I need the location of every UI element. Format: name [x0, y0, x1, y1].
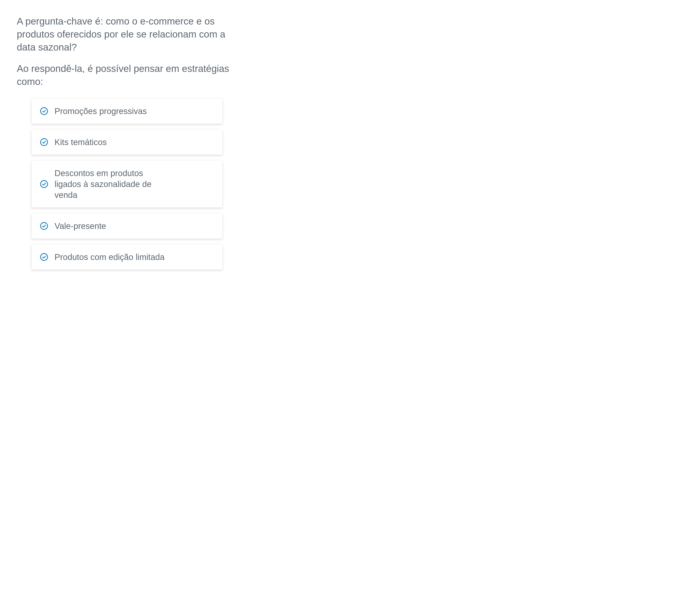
strategy-label: Vale-presente [54, 221, 106, 231]
intro-paragraph-2: Ao respondê-la, é possível pensar em est… [17, 62, 237, 88]
strategy-card: Produtos com edição limitada [32, 244, 222, 269]
check-circle-icon [40, 107, 48, 115]
strategy-card: Kits temáticos [32, 129, 222, 155]
check-circle-icon [40, 138, 48, 146]
strategy-label: Promoções progressivas [54, 106, 147, 117]
check-circle-icon [40, 180, 48, 188]
strategy-card: Descontos em produtos ligados à sazonali… [32, 161, 222, 208]
check-circle-icon [40, 253, 48, 261]
strategy-list: Promoções progressivas Kits temáticos De… [17, 99, 237, 269]
strategy-card: Vale-presente [32, 213, 222, 239]
strategy-label: Kits temáticos [54, 137, 107, 147]
check-circle-icon [40, 222, 48, 230]
strategy-label: Descontos em produtos ligados à sazonali… [54, 168, 172, 201]
intro-paragraph-1: A pergunta-chave é: como o e-commerce e … [17, 15, 237, 54]
strategy-card: Promoções progressivas [32, 99, 222, 124]
intro-text: A pergunta-chave é: como o e-commerce e … [17, 15, 237, 88]
strategy-label: Produtos com edição limitada [54, 251, 165, 262]
